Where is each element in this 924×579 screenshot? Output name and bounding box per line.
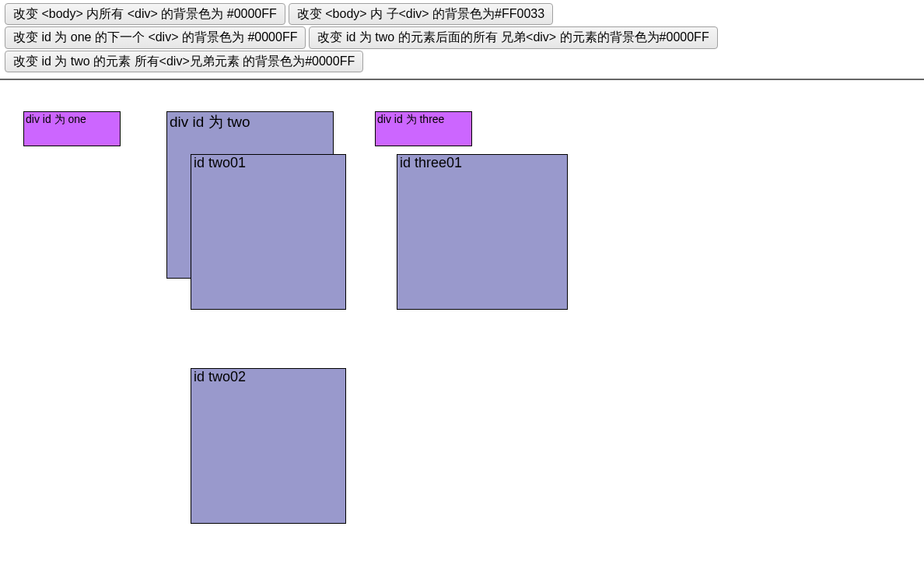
div-three01: id three01 bbox=[397, 154, 568, 310]
div-one: div id 为 one bbox=[23, 111, 121, 146]
change-child-div-bg-button[interactable]: 改变 <body> 内 子<div> 的背景色为#FF0033 bbox=[289, 3, 553, 25]
div-three01-label: id three01 bbox=[400, 155, 462, 170]
div-three-label: div id 为 three bbox=[377, 113, 444, 125]
canvas-area: div id 为 one div id 为 two id two01 id tw… bbox=[0, 80, 924, 563]
div-two01-label: id two01 bbox=[194, 155, 246, 170]
button-row-1: 改变 <body> 内所有 <div> 的背景色为 #0000FF 改变 <bo… bbox=[5, 3, 919, 25]
change-all-siblings-two-button[interactable]: 改变 id 为 two 的元素 所有<div>兄弟元素 的背景色为#0000FF bbox=[5, 51, 363, 72]
button-row-2: 改变 id 为 one 的下一个 <div> 的背景色为 #0000FF 改变 … bbox=[5, 26, 919, 48]
change-next-div-after-one-button[interactable]: 改变 id 为 one 的下一个 <div> 的背景色为 #0000FF bbox=[5, 26, 306, 48]
change-following-siblings-two-button[interactable]: 改变 id 为 two 的元素后面的所有 兄弟<div> 的元素的背景色为#00… bbox=[309, 26, 717, 48]
change-all-div-bg-button[interactable]: 改变 <body> 内所有 <div> 的背景色为 #0000FF bbox=[5, 3, 285, 25]
div-two02-label: id two02 bbox=[194, 369, 246, 384]
div-three: div id 为 three bbox=[375, 111, 472, 146]
div-two-label: div id 为 two bbox=[170, 114, 250, 130]
div-one-label: div id 为 one bbox=[26, 113, 86, 125]
button-bar: 改变 <body> 内所有 <div> 的背景色为 #0000FF 改变 <bo… bbox=[0, 0, 924, 80]
div-two02: id two02 bbox=[191, 368, 346, 524]
button-row-3: 改变 id 为 two 的元素 所有<div>兄弟元素 的背景色为#0000FF bbox=[5, 51, 919, 72]
div-two01: id two01 bbox=[191, 154, 346, 310]
